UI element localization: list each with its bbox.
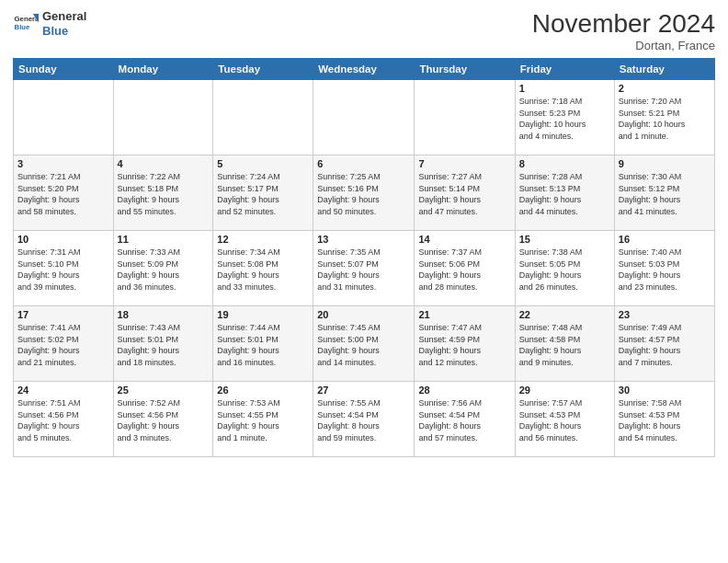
calendar-cell: 15Sunrise: 7:38 AM Sunset: 5:05 PM Dayli… — [515, 231, 614, 306]
calendar-cell: 29Sunrise: 7:57 AM Sunset: 4:53 PM Dayli… — [515, 382, 614, 457]
calendar-header-row: SundayMondayTuesdayWednesdayThursdayFrid… — [14, 59, 715, 80]
day-number: 10 — [17, 234, 109, 245]
calendar-week-row: 10Sunrise: 7:31 AM Sunset: 5:10 PM Dayli… — [14, 231, 715, 306]
weekday-header: Monday — [113, 59, 213, 80]
day-number: 21 — [418, 309, 510, 320]
calendar-cell: 22Sunrise: 7:48 AM Sunset: 4:58 PM Dayli… — [515, 306, 614, 382]
day-number: 19 — [217, 309, 309, 320]
day-number: 8 — [519, 158, 610, 169]
calendar-cell: 17Sunrise: 7:41 AM Sunset: 5:02 PM Dayli… — [14, 306, 114, 382]
title-block: November 2024 Dortan, France — [532, 9, 715, 52]
day-number: 11 — [118, 234, 210, 245]
day-number: 15 — [519, 234, 610, 245]
calendar-cell: 20Sunrise: 7:45 AM Sunset: 5:00 PM Dayli… — [313, 306, 415, 382]
month-title: November 2024 — [532, 9, 715, 39]
day-number: 30 — [619, 385, 711, 396]
day-number: 23 — [619, 309, 711, 320]
day-number: 18 — [118, 309, 210, 320]
svg-text:Blue: Blue — [15, 23, 31, 31]
weekday-header: Tuesday — [213, 59, 313, 80]
calendar-cell: 12Sunrise: 7:34 AM Sunset: 5:08 PM Dayli… — [213, 231, 313, 306]
logo-icon: General Blue — [13, 11, 39, 37]
calendar-cell: 26Sunrise: 7:53 AM Sunset: 4:55 PM Dayli… — [213, 382, 313, 457]
calendar-cell: 2Sunrise: 7:20 AM Sunset: 5:21 PM Daylig… — [614, 80, 714, 155]
day-info: Sunrise: 7:35 AM Sunset: 5:07 PM Dayligh… — [317, 247, 410, 293]
calendar-cell: 7Sunrise: 7:27 AM Sunset: 5:14 PM Daylig… — [415, 155, 515, 231]
day-number: 26 — [217, 385, 309, 396]
calendar-cell: 18Sunrise: 7:43 AM Sunset: 5:01 PM Dayli… — [113, 306, 213, 382]
day-number: 22 — [519, 309, 610, 320]
day-info: Sunrise: 7:44 AM Sunset: 5:01 PM Dayligh… — [217, 322, 309, 368]
day-number: 16 — [619, 234, 711, 245]
day-info: Sunrise: 7:37 AM Sunset: 5:06 PM Dayligh… — [418, 247, 510, 293]
logo-general: General — [42, 9, 86, 24]
calendar-cell: 23Sunrise: 7:49 AM Sunset: 4:57 PM Dayli… — [614, 306, 714, 382]
day-number: 20 — [317, 309, 410, 320]
weekday-header: Wednesday — [313, 59, 415, 80]
day-number: 5 — [217, 158, 309, 169]
day-number: 17 — [17, 309, 109, 320]
logo: General Blue General Blue — [13, 9, 86, 38]
day-info: Sunrise: 7:57 AM Sunset: 4:53 PM Dayligh… — [519, 397, 610, 443]
calendar-week-row: 17Sunrise: 7:41 AM Sunset: 5:02 PM Dayli… — [14, 306, 715, 382]
calendar-week-row: 1Sunrise: 7:18 AM Sunset: 5:23 PM Daylig… — [14, 80, 715, 155]
weekday-header: Friday — [515, 59, 614, 80]
calendar-cell: 13Sunrise: 7:35 AM Sunset: 5:07 PM Dayli… — [313, 231, 415, 306]
day-number: 6 — [317, 158, 410, 169]
day-info: Sunrise: 7:52 AM Sunset: 4:56 PM Dayligh… — [118, 397, 210, 443]
day-info: Sunrise: 7:20 AM Sunset: 5:21 PM Dayligh… — [619, 96, 711, 142]
day-info: Sunrise: 7:28 AM Sunset: 5:13 PM Dayligh… — [519, 171, 610, 217]
calendar-cell: 4Sunrise: 7:22 AM Sunset: 5:18 PM Daylig… — [113, 155, 213, 231]
calendar-cell — [113, 80, 213, 155]
calendar-cell: 3Sunrise: 7:21 AM Sunset: 5:20 PM Daylig… — [14, 155, 114, 231]
calendar-cell: 21Sunrise: 7:47 AM Sunset: 4:59 PM Dayli… — [415, 306, 515, 382]
calendar-cell: 27Sunrise: 7:55 AM Sunset: 4:54 PM Dayli… — [313, 382, 415, 457]
day-number: 2 — [619, 83, 711, 94]
day-info: Sunrise: 7:38 AM Sunset: 5:05 PM Dayligh… — [519, 247, 610, 293]
day-number: 28 — [418, 385, 510, 396]
calendar-cell: 10Sunrise: 7:31 AM Sunset: 5:10 PM Dayli… — [14, 231, 114, 306]
day-number: 12 — [217, 234, 309, 245]
day-info: Sunrise: 7:41 AM Sunset: 5:02 PM Dayligh… — [17, 322, 109, 368]
calendar-cell: 16Sunrise: 7:40 AM Sunset: 5:03 PM Dayli… — [614, 231, 714, 306]
calendar-cell — [14, 80, 114, 155]
calendar-cell: 25Sunrise: 7:52 AM Sunset: 4:56 PM Dayli… — [113, 382, 213, 457]
day-info: Sunrise: 7:48 AM Sunset: 4:58 PM Dayligh… — [519, 322, 610, 368]
weekday-header: Saturday — [614, 59, 714, 80]
day-info: Sunrise: 7:55 AM Sunset: 4:54 PM Dayligh… — [317, 397, 410, 443]
calendar-week-row: 3Sunrise: 7:21 AM Sunset: 5:20 PM Daylig… — [14, 155, 715, 231]
logo-blue: Blue — [42, 24, 86, 39]
day-info: Sunrise: 7:22 AM Sunset: 5:18 PM Dayligh… — [118, 171, 210, 217]
day-info: Sunrise: 7:21 AM Sunset: 5:20 PM Dayligh… — [17, 171, 109, 217]
day-number: 1 — [519, 83, 610, 94]
location: Dortan, France — [532, 39, 715, 52]
calendar-cell — [415, 80, 515, 155]
day-info: Sunrise: 7:18 AM Sunset: 5:23 PM Dayligh… — [519, 96, 610, 142]
day-number: 4 — [118, 158, 210, 169]
calendar-cell: 8Sunrise: 7:28 AM Sunset: 5:13 PM Daylig… — [515, 155, 614, 231]
page-header: General Blue General Blue November 2024 … — [13, 9, 715, 52]
day-info: Sunrise: 7:47 AM Sunset: 4:59 PM Dayligh… — [418, 322, 510, 368]
calendar-body: 1Sunrise: 7:18 AM Sunset: 5:23 PM Daylig… — [14, 80, 715, 457]
calendar-cell: 19Sunrise: 7:44 AM Sunset: 5:01 PM Dayli… — [213, 306, 313, 382]
calendar-cell: 28Sunrise: 7:56 AM Sunset: 4:54 PM Dayli… — [415, 382, 515, 457]
day-info: Sunrise: 7:31 AM Sunset: 5:10 PM Dayligh… — [17, 247, 109, 293]
weekday-header: Thursday — [415, 59, 515, 80]
day-number: 29 — [519, 385, 610, 396]
day-info: Sunrise: 7:25 AM Sunset: 5:16 PM Dayligh… — [317, 171, 410, 217]
day-info: Sunrise: 7:40 AM Sunset: 5:03 PM Dayligh… — [619, 247, 711, 293]
calendar-week-row: 24Sunrise: 7:51 AM Sunset: 4:56 PM Dayli… — [14, 382, 715, 457]
day-info: Sunrise: 7:33 AM Sunset: 5:09 PM Dayligh… — [118, 247, 210, 293]
day-info: Sunrise: 7:56 AM Sunset: 4:54 PM Dayligh… — [418, 397, 510, 443]
day-info: Sunrise: 7:58 AM Sunset: 4:53 PM Dayligh… — [619, 397, 711, 443]
day-info: Sunrise: 7:34 AM Sunset: 5:08 PM Dayligh… — [217, 247, 309, 293]
calendar-cell: 11Sunrise: 7:33 AM Sunset: 5:09 PM Dayli… — [113, 231, 213, 306]
calendar-cell: 1Sunrise: 7:18 AM Sunset: 5:23 PM Daylig… — [515, 80, 614, 155]
day-number: 7 — [418, 158, 510, 169]
calendar-cell: 14Sunrise: 7:37 AM Sunset: 5:06 PM Dayli… — [415, 231, 515, 306]
calendar-cell: 6Sunrise: 7:25 AM Sunset: 5:16 PM Daylig… — [313, 155, 415, 231]
calendar-cell — [313, 80, 415, 155]
day-number: 13 — [317, 234, 410, 245]
day-info: Sunrise: 7:53 AM Sunset: 4:55 PM Dayligh… — [217, 397, 309, 443]
day-info: Sunrise: 7:24 AM Sunset: 5:17 PM Dayligh… — [217, 171, 309, 217]
